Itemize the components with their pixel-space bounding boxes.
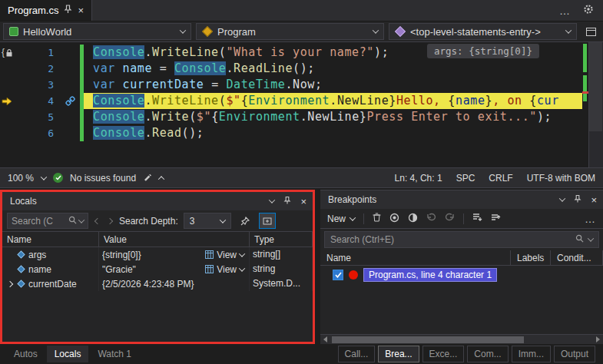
search-forward-icon[interactable] <box>107 217 113 223</box>
window-position-icon[interactable] <box>559 195 565 201</box>
filter-pin-icon[interactable] <box>237 213 253 229</box>
breakpoints-header-row[interactable]: NameLabelsCondit... <box>320 250 603 266</box>
pin-icon[interactable] <box>574 194 581 206</box>
tab-com[interactable]: Com... <box>467 346 508 362</box>
new-breakpoint-button[interactable]: New <box>327 213 355 224</box>
locals-column-type[interactable]: Type <box>250 232 313 247</box>
chevron-down-icon[interactable] <box>239 250 245 256</box>
code-text[interactable]: Console.WriteLine($"{Environment.NewLine… <box>84 93 582 109</box>
split-editor-icon[interactable] <box>581 28 600 36</box>
breakpoints-search-input[interactable]: Search (Ctrl+E) <box>324 231 599 248</box>
view-visualizer-link[interactable]: View <box>205 264 246 275</box>
breakpoint-label[interactable]: Program.cs, line 4 character 1 <box>363 268 497 282</box>
code-editor[interactable]: {1Console.WriteLine("What is your name?"… <box>0 42 603 168</box>
undo-icon[interactable] <box>426 213 436 224</box>
redo-icon[interactable] <box>445 213 455 224</box>
code-text[interactable]: var name = Console.ReadLine(); <box>84 61 582 77</box>
window-position-icon[interactable] <box>269 197 275 203</box>
view-visualizer-link[interactable]: View <box>205 250 246 260</box>
tab-watch-1[interactable]: Watch 1 <box>90 346 139 362</box>
code-line-4[interactable]: 4Console.WriteLine($"{Environment.NewLin… <box>0 93 582 109</box>
chevron-up-icon[interactable] <box>158 176 164 182</box>
settings-gear-icon[interactable] <box>583 4 594 17</box>
import-breakpoints-icon[interactable] <box>472 213 482 224</box>
breakpoint-row[interactable]: Program.cs, line 4 character 1 <box>320 266 603 284</box>
toggle-breakpoints-icon[interactable] <box>408 213 418 225</box>
locals-search-input[interactable]: Search (C <box>7 213 88 229</box>
code-text[interactable]: Console.Read(); <box>84 125 582 141</box>
scroll-right-icon[interactable] <box>596 336 600 342</box>
export-breakpoints-icon[interactable] <box>491 213 501 224</box>
expander-icon[interactable] <box>5 282 14 286</box>
breakpoint-margin[interactable] <box>0 109 15 125</box>
search-depth-select[interactable]: 3 <box>184 213 231 229</box>
document-tab-bar: Program.cs × … <box>0 0 603 22</box>
locals-header[interactable]: Locals × <box>2 192 313 210</box>
delete-breakpoint-icon[interactable] <box>373 213 381 224</box>
tab-locals[interactable]: Locals <box>47 346 89 362</box>
breakpoint-margin[interactable] <box>0 77 15 93</box>
line-ending[interactable]: CRLF <box>489 173 512 184</box>
local-value-cell[interactable]: "Gracie"View <box>99 262 250 276</box>
tab-brea[interactable]: Brea... <box>378 346 419 362</box>
locals-row-currentDate[interactable]: currentDate{2/5/2026 4:23:48 PM}System.D… <box>2 276 313 291</box>
tab-program-cs[interactable]: Program.cs × <box>0 0 92 21</box>
chevron-down-icon[interactable] <box>78 217 84 223</box>
project-dropdown[interactable]: HelloWorld <box>3 23 191 40</box>
breakpoint-margin[interactable] <box>0 61 15 77</box>
scrollbar-thumb[interactable] <box>332 336 524 343</box>
encoding[interactable]: UTF-8 with BOM <box>527 173 595 184</box>
pin-icon[interactable] <box>283 196 291 207</box>
pin-icon[interactable] <box>64 5 72 16</box>
locals-row-args[interactable]: args{string[0]}Viewstring[] <box>2 247 313 262</box>
space-mode[interactable]: SPC <box>456 173 475 184</box>
locals-column-name[interactable]: Name <box>2 232 99 247</box>
code-line-5[interactable]: 5Console.Write($"{Environment.NewLine}Pr… <box>0 109 582 125</box>
locals-row-name[interactable]: name"Gracie"Viewstring <box>2 262 313 276</box>
browse-results-icon[interactable] <box>259 213 276 229</box>
breakpoints-column-0[interactable]: Name <box>320 250 511 265</box>
code-line-2[interactable]: 2var name = Console.ReadLine(); <box>0 61 582 77</box>
issues-status[interactable]: No issues found <box>70 173 136 184</box>
tab-autos[interactable]: Autos <box>6 346 45 362</box>
tab-output[interactable]: Output <box>554 346 595 362</box>
breakpoint-checkbox[interactable] <box>333 270 343 280</box>
local-value-cell[interactable]: {string[0]}View <box>99 247 250 262</box>
caret-position[interactable]: Ln: 4, Ch: 1 <box>395 173 442 184</box>
chevron-down-icon[interactable] <box>239 265 245 271</box>
breakpoint-margin[interactable] <box>0 125 15 141</box>
code-text[interactable]: Console.Write($"{Environment.NewLine}Pre… <box>84 109 582 125</box>
tab-exce[interactable]: Exce... <box>422 346 465 362</box>
close-icon[interactable]: × <box>300 196 306 207</box>
class-dropdown[interactable]: Program <box>196 23 384 40</box>
breakpoint-margin[interactable]: { <box>0 45 15 61</box>
tab-imm[interactable]: Imm... <box>512 346 551 362</box>
scroll-left-icon[interactable] <box>323 336 327 342</box>
search-back-icon[interactable] <box>94 217 101 223</box>
disable-all-breakpoints-icon[interactable] <box>389 213 399 225</box>
line-number: 1 <box>15 45 60 61</box>
code-cleanup-icon[interactable] <box>143 172 152 184</box>
close-tab-icon[interactable]: × <box>78 5 84 16</box>
local-value-cell[interactable]: {2/5/2026 4:23:48 PM} <box>99 276 250 291</box>
member-dropdown[interactable]: <top-level-statements-entry-> <box>389 23 577 40</box>
scrollbar-thumb[interactable] <box>589 42 602 131</box>
breakpoints-column-1[interactable]: Labels <box>511 250 551 265</box>
zoom-control[interactable]: 100 % <box>8 173 46 184</box>
breakpoints-horizontal-scrollbar[interactable] <box>320 334 603 344</box>
more-options-icon[interactable]: … <box>585 213 596 225</box>
locals-header-row[interactable]: NameValueType <box>2 232 313 247</box>
locals-toolbar: Search (C Search Depth: 3 <box>2 210 313 232</box>
code-text[interactable]: var currentDate = DateTime.Now; <box>84 77 582 93</box>
code-line-3[interactable]: 3var currentDate = DateTime.Now; <box>0 77 582 93</box>
breakpoint-margin[interactable] <box>0 93 15 109</box>
code-line-6[interactable]: 6Console.Read(); <box>0 125 582 141</box>
chevron-down-icon[interactable] <box>588 235 594 241</box>
close-icon[interactable]: × <box>591 194 597 206</box>
locals-column-value[interactable]: Value <box>99 232 250 247</box>
breakpoints-column-2[interactable]: Condit... <box>551 250 603 265</box>
editor-vertical-scrollbar[interactable] <box>588 42 603 167</box>
breakpoints-header[interactable]: Breakpoints × <box>320 190 603 209</box>
more-documents-icon[interactable]: … <box>559 5 571 17</box>
tab-call[interactable]: Call... <box>338 346 376 362</box>
